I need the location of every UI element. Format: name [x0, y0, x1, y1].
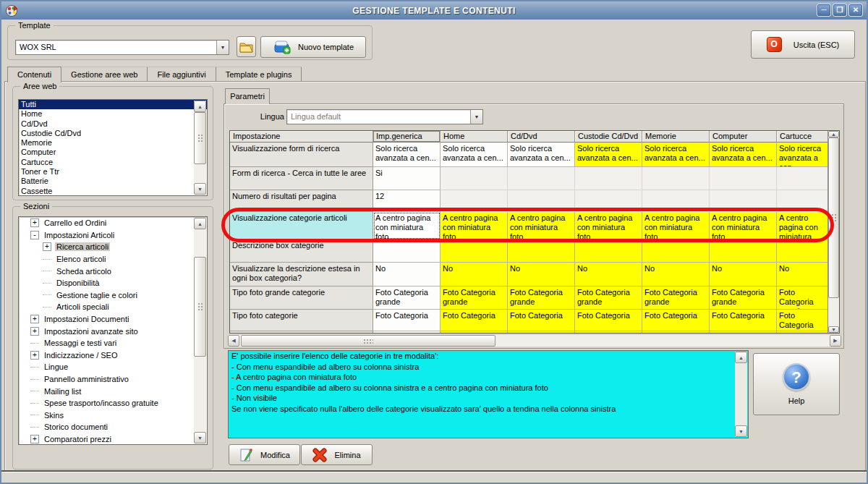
scroll-down-icon[interactable]: ▼ [735, 425, 747, 437]
tree-item[interactable]: Articoli speciali [19, 301, 207, 313]
window-title: GESTIONE TEMPLATE E CONTENUTI [1, 6, 867, 16]
scroll-up-icon[interactable]: ▲ [194, 101, 206, 112]
tree-item[interactable]: Storico documenti [19, 421, 207, 433]
expander-icon[interactable]: - [30, 231, 39, 239]
info-scrollbar[interactable]: ▲ ▼ [735, 352, 747, 437]
tab-parametri[interactable]: Parametri [225, 88, 270, 104]
expander-icon[interactable]: + [30, 327, 39, 336]
scroll-up-icon[interactable]: ▲ [735, 352, 747, 363]
scroll-left-icon[interactable]: ◀ [228, 335, 239, 347]
maximize-button[interactable]: ❐ [833, 4, 847, 17]
scroll-down-icon[interactable]: ▼ [828, 326, 839, 333]
aree-web-legend: Aree web [20, 81, 59, 91]
chevron-down-icon[interactable]: ▼ [216, 41, 229, 54]
column-header[interactable]: Custodie Cd/Dvd [575, 131, 642, 143]
minimize-button[interactable]: ─ [817, 4, 831, 17]
scroll-down-icon[interactable]: ▼ [194, 183, 206, 195]
tab-contenuti[interactable]: Contenuti [7, 67, 61, 82]
tree-item[interactable]: +Carrello ed Ordini [19, 217, 207, 229]
sezioni-scrollbar[interactable]: ▲ ▼ [194, 218, 206, 443]
list-item[interactable]: Tutti [19, 100, 207, 109]
info-textbox[interactable]: E' possibile inserire l'elenco delle cat… [228, 350, 749, 438]
focused-cell[interactable]: A centro pagina con miniatura foto [373, 212, 441, 239]
column-header[interactable]: Memorie [642, 131, 710, 143]
tree-item[interactable]: Pannello amministrativo [19, 373, 207, 386]
tree-item[interactable]: Messaggi e testi vari [19, 337, 207, 349]
aree-web-scrollbar[interactable]: ▲ ▼ [194, 101, 206, 195]
tree-item[interactable]: Elenco articoli [19, 253, 207, 266]
uscita-button[interactable]: O Uscita (ESC) [751, 30, 855, 59]
expander-icon[interactable]: + [30, 315, 39, 323]
tree-item[interactable]: +Indicizzazione / SEO [19, 349, 207, 362]
scroll-up-icon[interactable]: ▲ [194, 218, 206, 229]
aree-web-listbox: Tutti Home Cd/Dvd Custodie Cd/Dvd Memori… [18, 99, 208, 196]
sezioni-legend: Sezioni [20, 201, 52, 211]
tree-item[interactable]: +Impostazioni Documenti [19, 313, 207, 326]
list-item[interactable]: Memorie [19, 138, 207, 148]
modifica-button[interactable]: Modifica [229, 444, 300, 465]
list-item[interactable]: Home [19, 109, 207, 119]
list-item[interactable]: Cd/Dvd [19, 119, 207, 129]
tab-template-e-plugins[interactable]: Template e plugins [216, 67, 302, 82]
scrollbar-thumb[interactable] [828, 137, 839, 298]
column-header[interactable]: Cartucce [777, 131, 827, 143]
tab-gestione-aree-web[interactable]: Gestione aree web [61, 67, 148, 82]
tree-item[interactable]: -Impostazioni Articoli [19, 229, 207, 242]
table-row: Visualizzare la descrizione estesa in og… [230, 263, 827, 286]
help-label: Help [788, 396, 805, 405]
expander-icon[interactable]: + [30, 435, 39, 443]
new-template-icon [273, 39, 292, 55]
column-header[interactable]: Imp.generica [373, 131, 441, 143]
list-item[interactable]: Computer [19, 148, 207, 157]
tree-item[interactable]: Disponibilità [19, 277, 207, 289]
tree-item[interactable]: Spese trasporto/incasso gratuite [19, 397, 207, 409]
table-row: Visualizzazione form di ricerca Solo ric… [230, 143, 827, 167]
open-folder-button[interactable] [237, 36, 256, 57]
scroll-up-icon[interactable]: ▲ [828, 131, 839, 137]
template-combobox-value: WOX SRL [16, 41, 216, 54]
tree-item[interactable]: Lingue [19, 361, 207, 373]
table-header-row: Impostazione Imp.generica Home Cd/Dvd Cu… [230, 131, 827, 143]
column-header[interactable]: Cd/Dvd [508, 131, 575, 143]
column-header[interactable]: Computer [710, 131, 777, 143]
table-horizontal-scrollbar[interactable]: ◀ ▶ [228, 335, 841, 347]
nuovo-template-button[interactable]: Nuovo template [260, 36, 366, 58]
help-button[interactable]: ? Help [753, 353, 840, 415]
list-item[interactable]: Cartucce [19, 158, 207, 167]
column-header[interactable]: Home [441, 131, 508, 143]
table-row: Tipo foto grande categorie Foto Categori… [230, 286, 827, 310]
contenuti-tabpage: Aree web Tutti Home Cd/Dvd Custodie Cd/D… [4, 81, 866, 472]
tree-item[interactable]: Skins [19, 409, 207, 422]
tab-file-aggiuntivi[interactable]: File aggiuntivi [148, 67, 216, 82]
list-item[interactable]: Toner e Ttr [19, 167, 207, 177]
uscita-label: Uscita (ESC) [793, 41, 840, 49]
template-combobox[interactable]: WOX SRL ▼ [15, 40, 229, 55]
tree-item[interactable]: +Impostazioni avanzate sito [19, 325, 207, 337]
table-row: Descrizione box categorie [230, 239, 827, 263]
tree-item[interactable]: Mailing list [19, 385, 207, 397]
table-vertical-scrollbar[interactable]: ▲ ▼ [827, 131, 839, 333]
expander-icon[interactable]: + [30, 351, 39, 360]
list-item[interactable]: Custodie Cd/Dvd [19, 129, 207, 138]
tree-item[interactable]: +Ricerca articoli [19, 241, 207, 253]
scroll-down-icon[interactable]: ▼ [194, 432, 206, 443]
chevron-down-icon[interactable]: ▼ [470, 110, 482, 124]
column-header[interactable]: Impostazione [230, 131, 373, 143]
lingua-combobox[interactable]: Lingua default ▼ [286, 109, 483, 124]
table-row: Numero di risultati per pagina 12 [230, 190, 827, 212]
tree-item[interactable]: +Comparatori prezzi [19, 433, 207, 445]
expander-icon[interactable]: + [30, 218, 39, 227]
tree-item[interactable]: Gestione taglie e colori [19, 289, 207, 302]
template-legend: Template [15, 20, 54, 30]
scrollbar-thumb[interactable] [194, 257, 206, 357]
close-button[interactable]: ✕ [848, 4, 863, 17]
scrollbar-thumb[interactable] [194, 112, 206, 164]
scroll-right-icon[interactable]: ▶ [830, 335, 841, 347]
expander-icon[interactable]: + [43, 242, 51, 251]
scrollbar-thumb[interactable] [241, 335, 495, 347]
titlebar[interactable]: GESTIONE TEMPLATE E CONTENUTI ─ ❐ ✕ [1, 1, 867, 20]
elimina-button[interactable]: Elimina [301, 444, 373, 465]
tree-item[interactable]: Scheda articolo [19, 265, 207, 277]
list-item[interactable]: Batterie [19, 177, 207, 186]
list-item[interactable]: Cassette [19, 187, 207, 196]
